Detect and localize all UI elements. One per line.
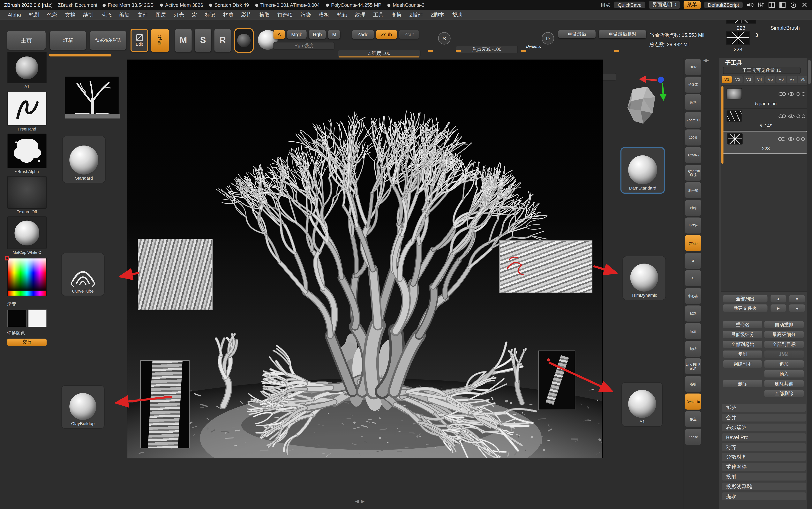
subtool-up-button[interactable]: ▲ [771, 295, 786, 302]
handle-right-icon[interactable]: ▶ [361, 499, 365, 504]
paint-mode-button[interactable]: A [273, 30, 285, 39]
subtool-action-button[interactable]: 追加 [765, 360, 804, 368]
stroke-indicator-icon[interactable]: S [438, 32, 451, 45]
preview-boolean-button[interactable]: 预览布尔渲染 [90, 31, 127, 50]
toggle-dot-icon[interactable] [802, 92, 805, 96]
shelf-tool-button[interactable]: 滚动 [685, 94, 701, 110]
menu-item[interactable]: 笔刷 [25, 10, 43, 20]
subtool-item[interactable]: 5_149 [721, 109, 807, 131]
close-icon[interactable] [801, 2, 808, 8]
subtool-thumbnail[interactable] [726, 110, 742, 122]
menu-item[interactable]: Alpha [4, 11, 25, 19]
menu-item[interactable]: 渲染 [297, 10, 315, 20]
panel-scrollbar[interactable] [807, 58, 812, 509]
alpha-thumbnail[interactable] [7, 52, 46, 83]
toggle-dot-icon[interactable] [801, 137, 805, 141]
polypaint-icon[interactable] [778, 91, 786, 96]
secondary-color-swatch[interactable] [28, 310, 47, 327]
menu-item[interactable]: 图层 [152, 10, 169, 20]
gyro-button[interactable]: R [214, 29, 231, 52]
sculpt-mode-button[interactable]: Zadd [352, 30, 374, 39]
menu-item[interactable]: 标记 [201, 10, 219, 20]
paint-mode-button[interactable]: Mrgb [287, 30, 307, 39]
menu-item[interactable]: 笔触 [333, 10, 351, 20]
menu-item[interactable]: 动态 [98, 10, 115, 20]
swap-colors-label[interactable]: 切换颜色 [7, 330, 25, 337]
subtool-action-button[interactable]: 自动重排 [765, 321, 804, 328]
alt-colors-button[interactable]: 交替 [7, 339, 46, 346]
panels-icon[interactable] [779, 2, 786, 8]
depth-indicator-icon[interactable]: D [542, 32, 554, 45]
gyro-button[interactable]: M [175, 29, 192, 52]
canvas-divider-handles[interactable]: ◀ ▶ [356, 499, 365, 504]
subtool-subpalette[interactable]: 对齐 [722, 443, 806, 451]
subtool-subpalette[interactable]: 提取 [722, 493, 806, 500]
lightbox-button[interactable]: 灯箱 [50, 31, 86, 50]
subtool-scrollbar[interactable] [721, 86, 723, 164]
material-slot[interactable]: MatCap White C [7, 216, 46, 256]
shelf-tool-button[interactable]: ↺ [685, 253, 701, 269]
shelf-tool-button[interactable]: ↻ [685, 270, 701, 286]
menu-item[interactable]: Z插件 [406, 10, 427, 20]
shelf-tool-button[interactable]: 中心点 [685, 288, 701, 304]
quick-brush-thumb-2[interactable] [726, 31, 750, 44]
subtool-action-button[interactable]: 删除其他 [765, 380, 804, 387]
shelf-tool-button[interactable]: 对称 [685, 200, 701, 216]
current-brush-preview[interactable] [234, 28, 254, 53]
menu-item[interactable]: 变换 [388, 10, 405, 20]
subtool-action-button[interactable]: 粘贴 [765, 351, 804, 358]
visibility-eye-icon[interactable] [788, 91, 795, 96]
reference-thumbnail[interactable] [65, 76, 119, 118]
subtool-action-button[interactable]: 创建副本 [723, 360, 762, 368]
menu-item[interactable]: 色彩 [43, 10, 61, 20]
shelf-tool-button[interactable]: 独立 [685, 411, 701, 427]
document-canvas[interactable] [127, 60, 603, 459]
brush-curvetube[interactable]: CurveTube [61, 253, 105, 296]
shelf-tool-button[interactable]: 缩放 [685, 323, 701, 339]
new-folder-button[interactable]: 新建文件夹 [723, 304, 768, 312]
subtool-visible-count-slider[interactable]: 子工具可见数量 10 [723, 67, 801, 74]
visibility-eye-icon[interactable] [787, 136, 794, 141]
subtool-subpalette[interactable]: 合并 [722, 414, 806, 421]
material-thumbnail[interactable] [7, 216, 46, 249]
brush-damstandard[interactable]: DamStandard [620, 147, 665, 194]
texture-slot[interactable]: Texture Off [7, 176, 46, 215]
gradient-label[interactable]: 渐变 [7, 301, 16, 308]
brush-trimdynamic[interactable]: TrimDynamic [622, 256, 666, 300]
handle-left-icon[interactable]: ◀ [356, 499, 359, 504]
subtool-item[interactable]: 223 [721, 131, 807, 154]
shelf-tool-button[interactable]: Dynamic 透视 [685, 165, 701, 180]
subtool-header[interactable]: 子工具 [725, 59, 742, 67]
subtool-tab[interactable]: V5 [766, 76, 775, 83]
subtool-action-button[interactable]: 插入 [765, 370, 804, 377]
redo-last-relative-button[interactable]: 重做最后相对 [599, 30, 646, 38]
subtool-thumbnail[interactable] [727, 133, 743, 144]
subtool-subpalette[interactable]: 布尔运算 [722, 423, 806, 431]
visibility-eye-icon[interactable] [788, 113, 795, 118]
shelf-tool-button[interactable]: 地平箱 [685, 182, 701, 198]
subtool-thumbnail[interactable] [726, 88, 742, 99]
sculpt-mode-button[interactable]: Zcut [399, 30, 419, 39]
menu-item[interactable]: 工具 [370, 10, 387, 20]
subtool-tab[interactable]: V2 [733, 76, 743, 83]
subtool-action-button[interactable]: 全部到起始 [723, 341, 762, 348]
brush-standard[interactable]: Standard [62, 136, 106, 183]
subtool-tab[interactable]: V4 [754, 76, 765, 83]
subtool-subpalette[interactable]: Bevel Pro [722, 433, 806, 441]
shelf-tool-button[interactable]: BPR [685, 59, 701, 75]
rgb-intensity-slider[interactable]: Rgb 强度 [273, 42, 335, 50]
subtool-action-button[interactable]: 重命名 [723, 321, 762, 328]
panel-scrollbar-thumb[interactable] [808, 60, 811, 84]
menu-item[interactable]: 绘制 [79, 10, 97, 20]
color-picker[interactable] [7, 258, 46, 298]
menu-item[interactable]: 文件 [134, 10, 151, 20]
subtool-tab[interactable]: V7 [787, 76, 797, 83]
subtool-subpalette[interactable]: 分散对齐 [722, 453, 806, 461]
menu-item[interactable]: 帮助 [448, 10, 466, 20]
subtool-tab[interactable]: V3 [744, 76, 753, 83]
focal-shift-slider[interactable]: 焦点衰减 -100 [456, 45, 518, 54]
shelf-tool-button[interactable]: Dynamic [685, 394, 701, 409]
mixer-icon[interactable] [757, 2, 764, 8]
toggle-dot-icon[interactable] [797, 114, 800, 118]
brush-alpha-slot[interactable]: ~BrushAlpha [7, 134, 46, 175]
